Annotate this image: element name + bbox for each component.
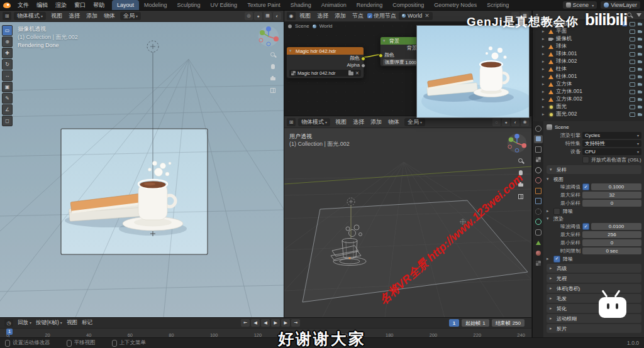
hide-viewport-icon[interactable] [630,60,635,64]
tab-sculpting[interactable]: Sculpting [172,0,206,10]
camera-view-icon[interactable] [270,75,276,82]
disable-render-icon[interactable] [638,53,642,56]
open-folder-icon[interactable] [348,72,353,75]
disable-render-icon[interactable] [638,90,642,94]
device-dropdown[interactable]: CPU▾ [582,148,641,155]
select-menu[interactable]: 选择 [314,12,331,20]
disable-render-icon[interactable] [638,113,642,116]
object-menu[interactable]: 物体 [101,12,118,20]
outliner-item[interactable]: ▸摄像机 [533,35,644,43]
sampling-section-header[interactable]: ▾采样 [547,165,641,174]
disable-render-icon[interactable] [638,23,642,26]
outliner-item[interactable]: ▸球体.002 [533,58,644,65]
tab-scripting[interactable]: Scripting [482,0,514,10]
camera-viewport-canvas[interactable] [0,21,284,317]
play-button[interactable]: ▶ [271,319,280,327]
wireframe-shading-icon[interactable]: ◌ [492,118,501,126]
texture-tab[interactable] [534,259,543,268]
outliner-item[interactable]: ▸球体 [533,43,644,50]
noise-threshold-checkbox[interactable]: ✓ [582,183,589,190]
outliner-item[interactable]: ▸立方体 [533,80,644,88]
render-noise-checkbox[interactable]: ✓ [582,223,589,230]
outliner-item[interactable]: ▸面光 [533,103,644,111]
menu-edit[interactable]: 编辑 [33,1,52,9]
strength-field[interactable]: 强度/厚度 1.000 [383,59,418,65]
hide-viewport-icon[interactable] [630,90,635,94]
hide-viewport-icon[interactable] [630,67,635,72]
hide-viewport-icon[interactable] [630,97,635,102]
tab-geometry-nodes[interactable]: Geometry Nodes [429,0,482,10]
object-menu[interactable]: 物体 [386,118,402,126]
render-max-samples-field[interactable]: 256 [582,231,641,238]
particles-tab[interactable] [534,207,543,215]
time-limit-field[interactable]: 0 sec [582,247,641,254]
cursor-tool[interactable]: ⊕ [2,36,13,47]
viewport-denoise-checkbox[interactable] [553,208,560,215]
marker-menu[interactable]: 标记 [82,319,92,327]
pan-hand-icon[interactable] [270,63,276,70]
keying-menu[interactable]: 按键(K帧)▾ [36,319,62,327]
world-datablock-selector[interactable]: World ✕ [399,12,433,20]
blender-logo-icon[interactable] [3,3,11,8]
editor-type-icon[interactable]: ⊞ [287,118,296,126]
viewport-camera[interactable]: ⊞ 物体模式▾ 视图 选择 添加 物体 全局▾ ◎ ● ▦ ◐ [0,10,284,317]
render-tab[interactable] [534,135,543,143]
add-menu[interactable]: 添加 [84,12,100,20]
material-tab[interactable] [534,249,543,257]
node-menu[interactable]: 节点 [350,12,366,20]
tab-uv-editing[interactable]: UV Editing [206,0,243,10]
disable-render-icon[interactable] [638,83,642,86]
rendered-shading-icon[interactable]: ◉ [521,118,529,126]
navigation-gizmo[interactable] [257,25,280,50]
hide-viewport-icon[interactable] [630,45,635,49]
jump-to-end-button[interactable]: ⇥ [291,319,300,327]
play-reverse-button[interactable]: ◀ [261,319,270,327]
proportional-edit-icon[interactable]: ● [254,12,262,20]
view-menu[interactable]: 视图 [48,12,65,20]
measure-tool[interactable]: ∠ [2,104,13,115]
hide-viewport-icon[interactable] [630,37,635,41]
rotate-tool[interactable]: ↻ [2,59,13,70]
menu-render[interactable]: 渲染 [52,1,70,9]
render-denoise-subsection[interactable]: ▸✓ 降噪 [547,255,641,263]
data-tab[interactable] [534,239,543,247]
overlays-icon[interactable]: ▦ [264,12,272,20]
hide-viewport-icon[interactable] [630,82,635,87]
ortho-toggle-icon[interactable] [270,87,276,94]
render-subsection[interactable]: ▾渲染 [547,215,641,222]
view-menu[interactable]: 视图 [297,12,313,20]
render-engine-dropdown[interactable]: Cycles▾ [582,132,641,139]
disable-render-icon[interactable] [638,60,642,63]
jump-to-start-button[interactable]: ⇤ [241,319,250,327]
disable-render-icon[interactable] [638,98,642,101]
hide-viewport-icon[interactable] [630,112,635,117]
render-noise-field[interactable]: 0.0100 [591,223,641,230]
editor-type-icon[interactable]: ◷ [4,319,13,327]
tab-shading[interactable]: Shading [286,0,316,10]
orientation-dropdown[interactable]: 全局▾ [404,118,425,126]
next-keyframe-button[interactable]: ▶ [281,319,290,327]
tab-animation[interactable]: Animation [316,0,352,10]
add-menu[interactable]: 添加 [368,118,384,126]
playhead[interactable]: 1 [6,329,13,335]
unlink-icon[interactable]: ✕ [355,70,359,76]
collapse-icon[interactable]: ▾ [289,48,294,53]
env-texture-node[interactable]: ▾ Magic hdr 042.hdr 颜色 Alpha Magic hdr 0… [286,46,364,79]
background-node[interactable]: ▾ 背景 背景 颜色 强度/厚度 1.000 [380,36,421,67]
close-icon[interactable]: ✕ [425,13,430,19]
render-denoise-checkbox[interactable]: ✓ [553,256,560,263]
filter-icon[interactable] [636,13,641,17]
editor-type-icon[interactable]: ◉ [287,12,296,20]
hide-viewport-icon[interactable] [630,22,635,26]
advanced-section[interactable]: ▸高级 [547,264,641,273]
tab-texture-paint[interactable]: Texture Paint [242,0,286,10]
object-tab[interactable] [534,187,543,195]
hide-viewport-icon[interactable] [630,52,635,57]
tool-tab[interactable] [534,124,543,133]
current-frame-field[interactable]: 1 [449,319,459,327]
viewport-max-samples-field[interactable]: 32 [582,192,641,198]
light-paths-section[interactable]: ▸光程 [547,274,641,283]
render-min-samples-field[interactable]: 0 [582,239,641,246]
select-menu[interactable]: 选择 [66,12,82,20]
zoom-icon[interactable] [270,52,276,58]
